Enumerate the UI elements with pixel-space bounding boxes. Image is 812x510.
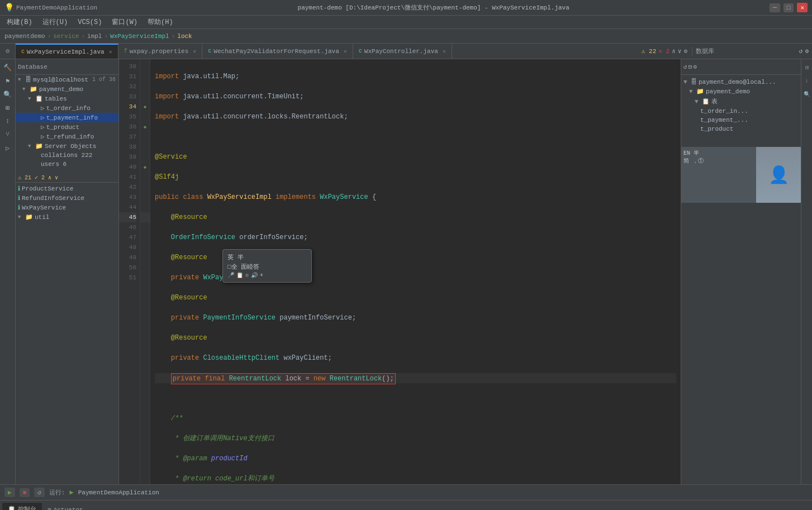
menu-window[interactable]: 窗口(W): [107, 16, 142, 28]
avatar-section: EN 半简 ，① 👤: [681, 147, 801, 203]
code-line-44: private CloseableHttpClient wxPayClient;: [155, 353, 676, 363]
code-line-37: @Resource: [155, 212, 676, 222]
menu-vcs[interactable]: VCS(S): [73, 17, 106, 27]
run-app-name[interactable]: PaymentDemoApplication: [78, 489, 159, 496]
breadcrumb-item-4[interactable]: lock: [177, 33, 192, 40]
bottom-tab-console[interactable]: 📋 控制台: [2, 503, 42, 510]
rt-btn-2[interactable]: ↕: [802, 75, 812, 87]
sidebar-label: Server Objects: [45, 143, 96, 150]
expand-arrow: ▼: [22, 87, 28, 92]
menu-build[interactable]: 构建(B): [2, 16, 37, 28]
sidebar-item-torderinfo[interactable]: ▷ t_order_info: [16, 103, 118, 113]
tab-close-1[interactable]: ✕: [193, 48, 196, 55]
translate-controls[interactable]: 🎤 📋 ⊕ 🔊 ♦: [227, 272, 307, 279]
rs-label: t_order_in...: [700, 108, 748, 115]
breadcrumb-item-1[interactable]: service: [53, 33, 79, 40]
breadcrumb-item-0[interactable]: paymentdemo: [4, 33, 45, 40]
expand-arrow: ▼: [18, 215, 23, 220]
annotation-gutter-36: ◆: [144, 124, 146, 130]
warning-count: ⚠ 22: [642, 47, 656, 55]
settings-icon[interactable]: ⚙: [683, 47, 687, 55]
sidebar-tree[interactable]: ▼ 🗄 mysql@localhost 1 of 36 ▼ 📁 payment_…: [16, 75, 118, 484]
tool-git-btn[interactable]: ⑂: [2, 128, 14, 141]
scroll-up-btn[interactable]: ∧: [672, 47, 676, 55]
db-refresh-icon[interactable]: ↺: [799, 47, 803, 55]
db-sidebar-title: 数据库: [696, 47, 714, 55]
sidebar-item-wxpayservice[interactable]: ℹ WxPayService: [16, 203, 118, 212]
tab-wxpayserviceimpl[interactable]: c WxPayServiceImpl.java ✕: [16, 44, 118, 59]
db-settings-icon[interactable]: ⚙: [805, 47, 809, 55]
translate-popup[interactable]: 英 半 □全 面睦答 🎤 📋 ⊕ 🔊 ♦: [222, 249, 312, 283]
rs-item-tpaymentinfo[interactable]: t_payment_...: [681, 116, 801, 125]
close-icon[interactable]: ✕: [797, 3, 808, 12]
tool-build-btn[interactable]: 🔨: [2, 61, 14, 74]
rs-item-paymentdemo[interactable]: ▼ 📁 payment_demo: [681, 87, 801, 96]
code-line-47: /**: [155, 413, 676, 423]
title-bar-controls[interactable]: ─ □ ✕: [770, 3, 808, 12]
sidebar-item-refundinfoservice[interactable]: ℹ RefundInfoService: [16, 193, 118, 203]
maximize-icon[interactable]: □: [783, 3, 794, 12]
structure-icon[interactable]: ⚙: [6, 47, 10, 55]
bottom-tab-actuator[interactable]: ⚙ Actuator: [42, 504, 88, 510]
rs-toolbar: ↺ ⊟ ⚙: [681, 59, 801, 75]
sidebar-item-util[interactable]: ▼ 📁 util: [16, 212, 118, 222]
tool-find-btn[interactable]: 🔍: [2, 88, 14, 101]
sidebar-item-users[interactable]: users 6: [16, 160, 118, 169]
tab-close-2[interactable]: ✕: [344, 48, 347, 55]
sidebar-item-trefundinfo[interactable]: ▷ t_refund_info: [16, 132, 118, 141]
table-icon: 📋: [702, 98, 710, 105]
rs-label: payment_demo: [706, 88, 750, 95]
sidebar-item-mysql[interactable]: ▼ 🗄 mysql@localhost 1 of 36: [16, 75, 118, 84]
rs-filter-icon[interactable]: ⊟: [688, 63, 692, 70]
rt-btn-3[interactable]: 🔍: [802, 88, 812, 101]
code-line-41: @Resource: [155, 293, 676, 303]
sidebar-item-tables[interactable]: ▼ 📋 tables: [16, 94, 118, 103]
scroll-down-btn[interactable]: ∨: [678, 47, 682, 55]
title-bar-title: payment-demo [D:\IdeaProject\微信支付\paymen…: [97, 3, 770, 12]
rs-refresh-icon[interactable]: ↺: [683, 63, 687, 70]
breadcrumb-item-3[interactable]: WxPayServiceImpl: [110, 33, 169, 40]
rs-tree[interactable]: ▼ 🗄 payment_demo@local... ▼ 📁 payment_de…: [681, 75, 801, 136]
code-line-49: * @param productId: [155, 454, 676, 464]
rs-item-torderinfo[interactable]: t_order_in...: [681, 107, 801, 116]
run-stop-btn[interactable]: ■: [20, 488, 30, 497]
sidebar-item-tpaymentinfo[interactable]: ▷ t_payment_info: [16, 113, 118, 122]
tab-close-3[interactable]: ✕: [443, 48, 446, 55]
breadcrumb: paymentdemo › service › impl › WxPayServ…: [0, 29, 812, 44]
java-file-icon-3: c: [359, 48, 362, 54]
code-line-36: public class WxPayServiceImpl implements…: [155, 192, 676, 202]
menu-run[interactable]: 运行(U): [38, 16, 73, 28]
annotation-gutter-34: ◆: [144, 104, 146, 110]
rs-item-tables[interactable]: ▼ 📋 表: [681, 96, 801, 107]
minimize-icon[interactable]: ─: [770, 3, 780, 12]
rs-settings-icon[interactable]: ⚙: [693, 63, 697, 70]
tool-nav-btn[interactable]: ↕: [2, 115, 14, 127]
tab-wxpay-properties[interactable]: f wxpay.properties ✕: [118, 44, 203, 59]
expand-arrow: ▼: [28, 144, 34, 149]
rs-item-local[interactable]: ▼ 🗄 payment_demo@local...: [681, 77, 801, 87]
tab-wxpaycontroller[interactable]: c WxPayController.java ✕: [353, 44, 452, 59]
sidebar-item-tproduct[interactable]: ▷ t_product: [16, 122, 118, 132]
run-restart-btn[interactable]: ↺: [34, 488, 45, 497]
right-tools: ⊞ ↕ 🔍: [801, 59, 812, 484]
rs-label: 表: [711, 97, 718, 106]
sidebar-label: t_payment_info: [46, 115, 98, 121]
tool-structure-btn[interactable]: ⊞: [2, 102, 14, 114]
expand-arrow: ▼: [689, 88, 695, 95]
tab-wechatpay2validator[interactable]: c WechatPay2ValidatorForRequest.java ✕: [202, 44, 353, 59]
sidebar-label: users 6: [41, 161, 67, 168]
tool-run2-btn[interactable]: ▷: [2, 142, 14, 154]
rt-btn-1[interactable]: ⊞: [802, 61, 812, 74]
tab-close-0[interactable]: ✕: [109, 49, 112, 55]
breadcrumb-item-2[interactable]: impl: [87, 33, 102, 40]
run-play-btn[interactable]: ▶: [4, 488, 15, 497]
rs-item-tproduct[interactable]: t_product: [681, 125, 801, 134]
sidebar-item-productservice[interactable]: ℹ ProductService: [16, 184, 118, 193]
rs-label: t_product: [700, 126, 733, 132]
sidebar-item-collations[interactable]: collations 222: [16, 151, 118, 160]
menu-help[interactable]: 帮助(H): [143, 16, 178, 28]
sidebar-item-payment-demo[interactable]: ▼ 📁 payment_demo: [16, 84, 118, 94]
annotation-gutter-40: ◆: [144, 164, 146, 170]
tool-bookmark-btn[interactable]: ⚑: [2, 75, 14, 87]
sidebar-item-serverobjects[interactable]: ▼ 📁 Server Objects: [16, 141, 118, 151]
